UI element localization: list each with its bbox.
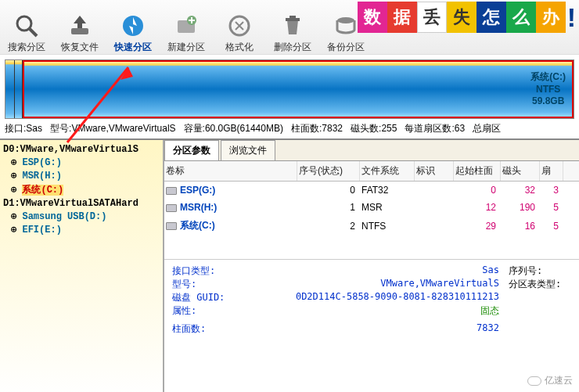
table-row[interactable]: 系统(C:)2NTFS29165 [164,216,579,236]
toolbar-new-btn[interactable]: 新建分区 [160,2,213,54]
status-sect-val: 63 [455,123,465,134]
d-iface-val: Sas [266,264,509,278]
cell-sect: 5 [540,218,563,235]
volume-icon [166,222,177,230]
table-header-row: 卷标 序号(状态) 文件系统 标识 起始柱面 磁头 扇 [164,161,579,182]
disk-part-system[interactable]: 系统(C:) NTFS 59.8GB [23,60,574,118]
cell-startcyl: 0 [454,182,501,199]
cell-vol: MSR(H:) [164,199,297,216]
tab-params[interactable]: 分区参数 [164,140,219,160]
status-cyl-val: 7832 [322,123,343,134]
quick-icon [120,13,146,39]
status-interface-val: Sas [26,123,42,134]
status-cyl-label: 柱面数: [291,123,322,134]
backup-icon [333,13,359,39]
banner-char-6: 办 [536,2,566,33]
toolbar-recover-btn[interactable]: 恢复文件 [53,2,106,54]
d-iface-lbl: 接口类型: [172,264,266,278]
cell-head: 32 [501,182,540,199]
disk-tree[interactable]: D0:VMware,VMwareVirtualS ⊕ ESP(G:) ⊕ MSR… [0,140,164,392]
cell-idx: 2 [297,218,360,235]
volume-icon [166,187,177,195]
toolbar-recover-label: 恢复文件 [61,41,99,54]
cell-startcyl: 29 [454,218,501,235]
watermark-text: 亿速云 [545,374,573,387]
status-capacity-val: 60.0GB(61440MB) [205,123,283,134]
tree-esp[interactable]: ⊕ ESP(G:) [2,156,161,169]
svg-rect-8 [290,16,296,18]
d-attr-val: 固态 [266,304,509,318]
cell-sect: 3 [540,182,563,199]
cell-fs: NTFS [360,218,415,235]
cell-head: 190 [501,199,540,216]
partition-fs: NTFS [530,83,566,95]
th-sect[interactable]: 扇 [540,161,563,181]
d-guid-lbl: 磁盘 GUID: [172,291,266,304]
cell-vol: 系统(C:) [164,216,297,236]
tree-disk-0[interactable]: D0:VMware,VMwareVirtualS [2,143,161,156]
status-model-label: 型号: [50,123,71,134]
disk-details: 接口类型: Sas 序列号: 型号: VMware,VMwareVirtualS… [164,259,579,340]
main-split: D0:VMware,VMwareVirtualS ⊕ ESP(G:) ⊕ MSR… [0,138,579,392]
d-guid-val: 0D2D114C-5858-9090-8081-828310111213 [266,291,509,304]
watermark: 亿速云 [527,374,573,387]
d-table-lbl: 分区表类型: [509,278,571,291]
partition-size: 59.8GB [530,95,566,108]
svg-point-9 [337,17,354,23]
status-capacity-label: 容量: [184,123,205,134]
th-idx[interactable]: 序号(状态) [297,161,360,181]
table-row[interactable]: MSR(H:)1MSR121905 [164,199,579,216]
tree-disk-1[interactable]: D1:VMwareVirtualSATAHard [2,197,161,210]
disk-part-label: 系统(C:) NTFS 59.8GB [530,71,566,108]
toolbar-backup-label: 备份分区 [327,41,365,54]
tree-sys[interactable]: ⊕ 系统(C:) [2,182,161,197]
tree-efi[interactable]: ⊕ EFI(E:) [2,223,161,236]
toolbar-delete-btn[interactable]: 删除分区 [266,2,319,54]
table-row[interactable]: ESP(G:)0FAT320323 [164,182,579,199]
svg-point-0 [17,16,31,31]
th-head[interactable]: 磁头 [501,161,540,181]
status-head-val: 255 [381,123,397,134]
cell-idx: 0 [297,182,360,199]
disk-part-esp[interactable] [5,60,15,118]
format-icon [226,13,253,39]
cell-fs: MSR [360,199,415,216]
toolbar-search-btn[interactable]: 搜索分区 [0,2,53,54]
banner-char-0: 数 [358,2,387,33]
banner-char-3: 失 [447,2,477,33]
banner-char-5: 么 [506,2,536,33]
status-bar: 接口:Sas 型号:VMware,VMwareVirtualS 容量:60.0G… [0,119,579,138]
status-head-label: 磁头数: [351,123,381,134]
th-flag[interactable]: 标识 [415,161,454,181]
d-cyl-lbl: 柱面数: [172,322,266,336]
cell-flag [415,187,454,193]
d-cyl-val: 7832 [266,322,509,336]
volume-icon [166,204,177,212]
svg-rect-7 [286,18,300,21]
disk-map[interactable]: 系统(C:) NTFS 59.8GB [5,59,574,119]
cell-head: 16 [501,218,540,235]
th-startcyl[interactable]: 起始柱面 [454,161,501,181]
banner-char-1: 据 [387,2,417,33]
magnifier-icon [13,13,40,39]
tree-msr[interactable]: ⊕ MSR(H:) [2,169,161,182]
cell-idx: 1 [297,199,360,216]
banner: 数 据 丢 失 怎 么 办 ! [358,2,576,33]
toolbar: 搜索分区 恢复文件 快速分区 新建分区 格式化 删除分区 备份分区 数 据 丢 … [0,0,579,55]
cell-vol: ESP(G:) [164,182,297,199]
status-interface-label: 接口: [5,123,26,134]
banner-exclaim: ! [567,2,576,33]
cell-fs: FAT32 [360,182,415,199]
status-total-label: 总扇区 [473,123,501,134]
d-attr-lbl: 属性: [172,304,266,318]
toolbar-quick-btn[interactable]: 快速分区 [106,2,160,54]
banner-char-4: 怎 [477,2,506,33]
toolbar-delete-label: 删除分区 [274,41,311,54]
toolbar-format-label: 格式化 [225,41,254,54]
th-vol[interactable]: 卷标 [164,161,297,181]
toolbar-format-btn[interactable]: 格式化 [213,2,266,54]
tree-usb[interactable]: ⊕ Samsung USB(D:) [2,210,161,223]
th-fs[interactable]: 文件系统 [360,161,415,181]
disk-part-msr[interactable] [15,60,23,118]
tab-browse[interactable]: 浏览文件 [221,140,275,160]
